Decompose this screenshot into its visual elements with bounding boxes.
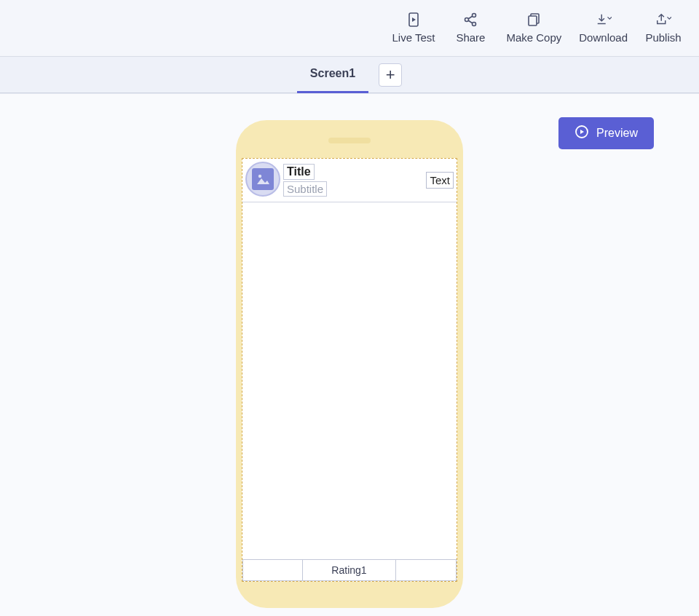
svg-line-6 [468,20,473,23]
data-list-viewer-row[interactable]: Title Subtitle Text [242,159,457,202]
publish-icon [655,12,671,27]
svg-marker-15 [257,178,269,184]
list-item-image[interactable] [245,162,280,197]
rating-label: Rating1 [303,560,396,580]
list-item-right: Text [423,162,454,199]
top-toolbar: Live Test Share Make Copy [0,0,699,57]
list-item-subtitle[interactable]: Subtitle [283,181,327,197]
make-copy-button[interactable]: Make Copy [506,12,561,44]
svg-line-5 [468,16,473,19]
svg-marker-13 [580,130,584,134]
phone-speaker [328,138,371,143]
screen-tabs: Screen1 + [0,57,699,93]
share-icon [462,12,478,27]
preview-button[interactable]: Preview [558,117,654,149]
live-test-label: Live Test [392,31,435,44]
play-circle-icon [574,125,589,142]
rating-side-left [243,560,303,580]
phone-screen[interactable]: Title Subtitle Text Rating1 [242,158,457,582]
copy-icon [526,12,542,27]
share-button[interactable]: Share [452,12,489,44]
preview-label: Preview [596,127,638,140]
list-item-right-text[interactable]: Text [426,172,454,189]
image-placeholder-icon [252,168,274,190]
publish-label: Publish [645,31,681,44]
list-item-title[interactable]: Title [283,164,315,180]
download-label: Download [579,31,628,44]
tab-screen1-label: Screen1 [310,67,355,80]
tab-screen1[interactable]: Screen1 [297,57,368,93]
publish-button[interactable]: Publish [645,12,682,44]
design-canvas: Preview Title Subtitle [0,93,699,616]
make-copy-label: Make Copy [506,31,561,44]
live-test-button[interactable]: Live Test [392,12,435,44]
download-icon [596,12,612,27]
plus-icon: + [386,66,395,84]
share-label: Share [456,31,485,44]
svg-marker-1 [412,17,416,22]
rating-side-right [396,560,456,580]
svg-point-14 [258,175,261,178]
phone-mockup: Title Subtitle Text Rating1 [236,120,463,608]
rating-component[interactable]: Rating1 [242,559,457,581]
add-screen-button[interactable]: + [379,63,402,87]
svg-rect-8 [529,16,537,25]
live-test-icon [406,12,422,27]
screen-empty-area[interactable] [242,202,457,559]
list-item-texts: Title Subtitle [283,162,420,199]
download-button[interactable]: Download [579,12,628,44]
